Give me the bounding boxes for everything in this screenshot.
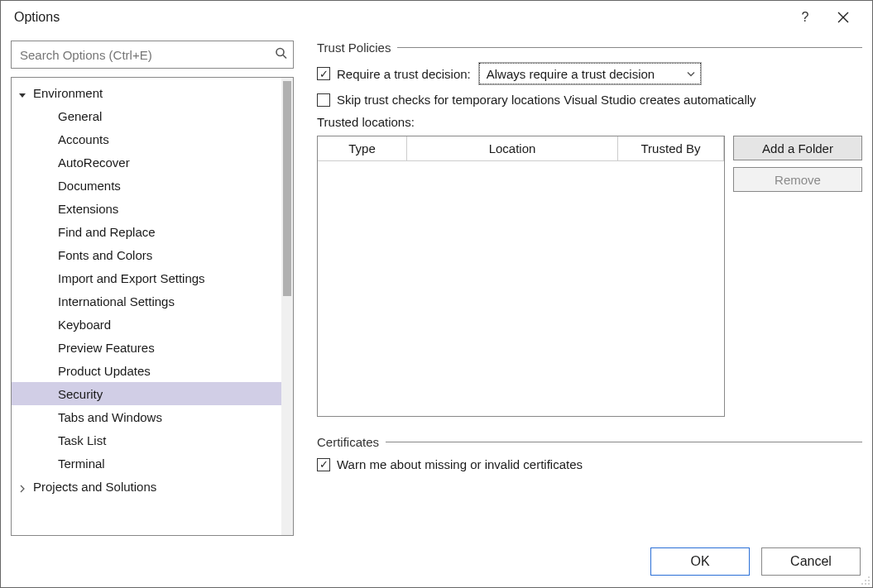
col-type[interactable]: Type <box>318 136 407 160</box>
remove-button: Remove <box>733 167 862 192</box>
close-icon <box>837 12 849 23</box>
title-bar: Options ? <box>1 1 872 34</box>
svg-point-4 <box>868 580 870 581</box>
require-trust-row: ✓ Require a trust decision: Always requi… <box>317 63 862 84</box>
tree-group-label: Environment <box>33 86 103 100</box>
certificates-header: Certificates <box>317 435 862 449</box>
warn-cert-row: ✓ Warn me about missing or invalid certi… <box>317 457 862 471</box>
chevron-down-icon <box>687 67 695 81</box>
tree-item-import-and-export-settings[interactable]: Import and Export Settings <box>12 266 281 289</box>
warn-cert-checkbox[interactable]: ✓ <box>317 458 330 471</box>
tree-item-find-and-replace[interactable]: Find and Replace <box>12 220 281 243</box>
tree-item-extensions[interactable]: Extensions <box>12 197 281 220</box>
tree-group-environment[interactable]: Environment <box>12 81 281 104</box>
col-trusted-by[interactable]: Trusted By <box>618 136 724 160</box>
tree-group-label: Projects and Solutions <box>33 480 156 494</box>
chevron-down-icon <box>18 91 26 99</box>
tree-item-autorecover[interactable]: AutoRecover <box>12 151 281 174</box>
tree-scroll-thumb[interactable] <box>283 81 291 296</box>
require-trust-checkbox[interactable]: ✓ <box>317 67 330 80</box>
tree-item-product-updates[interactable]: Product Updates <box>12 359 281 382</box>
tree-group-projects[interactable]: Projects and Solutions <box>12 475 281 498</box>
window-title: Options <box>14 10 60 25</box>
close-button[interactable] <box>824 5 862 30</box>
trust-decision-dropdown[interactable]: Always require a trust decision <box>479 63 701 84</box>
table-header: Type Location Trusted By <box>318 136 724 161</box>
svg-line-1 <box>283 55 286 59</box>
svg-point-3 <box>865 580 866 581</box>
svg-point-5 <box>861 583 863 585</box>
resize-grip-icon[interactable] <box>859 574 871 586</box>
tree-item-general[interactable]: General <box>12 104 281 127</box>
options-tree: EnvironmentGeneralAccountsAutoRecoverDoc… <box>11 77 294 536</box>
left-panel: EnvironmentGeneralAccountsAutoRecoverDoc… <box>11 41 294 536</box>
tree-item-international-settings[interactable]: International Settings <box>12 289 281 313</box>
chevron-right-icon <box>18 485 26 493</box>
svg-point-7 <box>868 583 870 585</box>
tree-item-task-list[interactable]: Task List <box>12 428 281 452</box>
add-folder-button[interactable]: Add a Folder <box>733 136 862 160</box>
require-trust-label: Require a trust decision: <box>337 67 471 81</box>
skip-trust-label: Skip trust checks for temporary location… <box>337 93 756 107</box>
trust-decision-value: Always require a trust decision <box>487 67 655 81</box>
dialog-footer: OK Cancel <box>650 547 861 576</box>
skip-trust-checkbox[interactable] <box>317 93 330 107</box>
tree-item-keyboard[interactable]: Keyboard <box>12 313 281 336</box>
skip-trust-row: Skip trust checks for temporary location… <box>317 93 862 107</box>
trusted-locations-label: Trusted locations: <box>317 115 862 129</box>
tree-item-security[interactable]: Security <box>12 382 281 405</box>
search-icon <box>275 47 288 63</box>
svg-point-6 <box>865 583 866 585</box>
tree-item-tabs-and-windows[interactable]: Tabs and Windows <box>12 405 281 428</box>
tree-item-fonts-and-colors[interactable]: Fonts and Colors <box>12 243 281 266</box>
warn-cert-label: Warn me about missing or invalid certifi… <box>337 457 583 471</box>
tree-item-preview-features[interactable]: Preview Features <box>12 336 281 359</box>
tree-item-accounts[interactable]: Accounts <box>12 127 281 151</box>
help-button[interactable]: ? <box>786 5 824 30</box>
trust-policies-header: Trust Policies <box>317 41 862 55</box>
svg-point-2 <box>868 576 870 578</box>
tree-item-terminal[interactable]: Terminal <box>12 452 281 475</box>
right-panel: Trust Policies ✓ Require a trust decisio… <box>294 41 862 536</box>
svg-point-0 <box>276 49 284 56</box>
tree-scrollbar[interactable] <box>281 78 293 535</box>
tree-item-documents[interactable]: Documents <box>12 174 281 197</box>
search-box[interactable] <box>11 41 294 69</box>
cancel-button[interactable]: Cancel <box>761 547 861 576</box>
ok-button[interactable]: OK <box>650 547 750 576</box>
trusted-locations-table[interactable]: Type Location Trusted By <box>317 136 725 417</box>
search-input[interactable] <box>12 41 293 68</box>
col-location[interactable]: Location <box>407 136 618 160</box>
